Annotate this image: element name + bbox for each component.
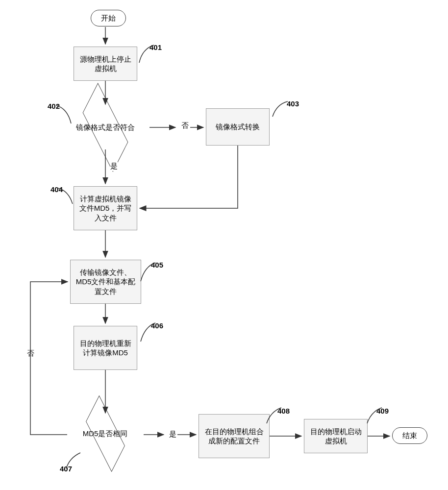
label-407: 407: [60, 465, 72, 473]
process-405: 传输镜像文件、MD5文件和基本配置文件: [70, 260, 141, 304]
process-404-text: 计算虚拟机镜像文件MD5，并写入文件: [78, 194, 133, 223]
edge-407-no: 否: [27, 349, 34, 358]
decision-402: 镜像格式是否符合: [61, 105, 149, 149]
process-406-text: 目的物理机重新计算镜像MD5: [78, 339, 133, 358]
process-403: 镜像格式转换: [206, 108, 270, 146]
decision-407: MD5是否相同: [67, 414, 143, 453]
label-409: 409: [376, 407, 389, 415]
process-405-text: 传输镜像文件、MD5文件和基本配置文件: [75, 268, 137, 296]
edge-402-no: 否: [181, 121, 189, 130]
decision-402-text: 镜像格式是否符合: [61, 123, 149, 132]
label-403: 403: [287, 99, 299, 108]
process-404: 计算虚拟机镜像文件MD5，并写入文件: [74, 186, 137, 230]
label-401: 401: [149, 43, 162, 51]
label-404: 404: [50, 185, 63, 194]
process-403-text: 镜像格式转换: [216, 122, 260, 132]
process-408: 在目的物理机组合成新的配置文件: [199, 414, 270, 458]
process-401-text: 源物理机上停止虚拟机: [78, 54, 133, 74]
label-408: 408: [277, 407, 290, 415]
process-401: 源物理机上停止虚拟机: [74, 47, 137, 81]
edge-402-yes: 是: [110, 162, 118, 171]
edge-407-yes: 是: [169, 430, 176, 439]
end-terminator: 结束: [392, 427, 427, 444]
end-label: 结束: [402, 431, 417, 441]
process-406: 目的物理机重新计算镜像MD5: [74, 326, 137, 370]
start-terminator: 开始: [91, 10, 126, 26]
process-408-text: 在目的物理机组合成新的配置文件: [203, 427, 265, 446]
label-402: 402: [48, 102, 60, 110]
decision-407-text: MD5是否相同: [67, 429, 143, 439]
start-label: 开始: [101, 13, 116, 23]
process-409-text: 目的物理机启动虚拟机: [308, 427, 363, 446]
label-406: 406: [151, 321, 163, 330]
process-409: 目的物理机启动虚拟机: [304, 419, 368, 453]
label-405: 405: [151, 261, 163, 269]
